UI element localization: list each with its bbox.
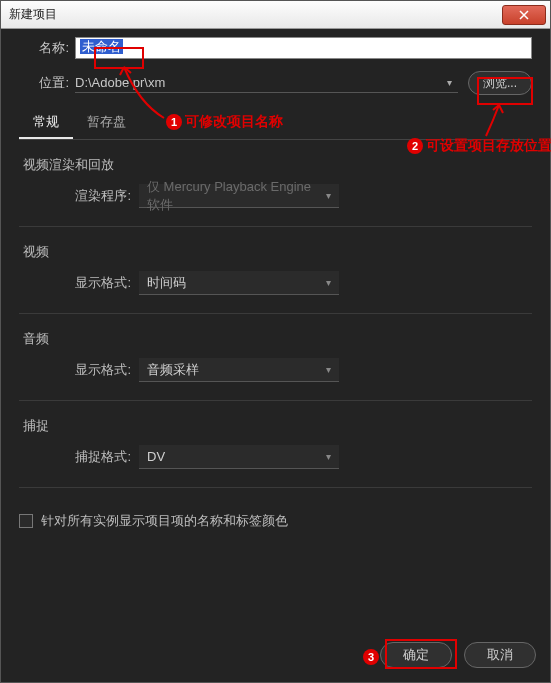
section-render-title: 视频渲染和回放 bbox=[19, 156, 532, 174]
section-capture: 捕捉 捕捉格式: DV ▾ bbox=[19, 417, 532, 488]
section-video: 视频 显示格式: 时间码 ▾ bbox=[19, 243, 532, 314]
name-value: 未命名 bbox=[80, 39, 123, 54]
section-audio: 音频 显示格式: 音频采样 ▾ bbox=[19, 330, 532, 401]
titlebar: 新建项目 bbox=[1, 1, 550, 29]
location-label: 位置: bbox=[19, 74, 75, 92]
capture-format-dropdown[interactable]: DV ▾ bbox=[139, 445, 339, 469]
close-button[interactable] bbox=[502, 5, 546, 25]
renderer-value: 仅 Mercury Playback Engine 软件 bbox=[147, 178, 326, 214]
video-format-value: 时间码 bbox=[147, 274, 186, 292]
location-row: 位置: D:\Adobe pr\xm ▾ 浏览... bbox=[19, 71, 532, 95]
dialog-footer: 确定 取消 bbox=[380, 642, 536, 668]
chevron-down-icon: ▾ bbox=[326, 277, 331, 288]
video-format-dropdown[interactable]: 时间码 ▾ bbox=[139, 271, 339, 295]
name-input[interactable]: 未命名 bbox=[75, 37, 532, 59]
cancel-button[interactable]: 取消 bbox=[464, 642, 536, 668]
audio-format-dropdown[interactable]: 音频采样 ▾ bbox=[139, 358, 339, 382]
renderer-dropdown: 仅 Mercury Playback Engine 软件 ▾ bbox=[139, 184, 339, 208]
renderer-label: 渲染程序: bbox=[19, 187, 139, 205]
show-names-label: 针对所有实例显示项目项的名称和标签颜色 bbox=[41, 512, 288, 530]
dialog-content: 名称: 未命名 位置: D:\Adobe pr\xm ▾ 浏览... 常规 暂存… bbox=[19, 37, 532, 664]
chevron-down-icon: ▾ bbox=[326, 190, 331, 201]
section-capture-title: 捕捉 bbox=[19, 417, 532, 435]
name-row: 名称: 未命名 bbox=[19, 37, 532, 59]
chevron-down-icon: ▾ bbox=[447, 77, 452, 88]
tab-scratch[interactable]: 暂存盘 bbox=[73, 107, 140, 139]
chevron-down-icon: ▾ bbox=[326, 451, 331, 462]
checkbox-row: 针对所有实例显示项目项的名称和标签颜色 bbox=[19, 512, 532, 530]
audio-format-label: 显示格式: bbox=[19, 361, 139, 379]
browse-button[interactable]: 浏览... bbox=[468, 71, 532, 95]
tabs: 常规 暂存盘 bbox=[19, 107, 532, 140]
section-render: 视频渲染和回放 渲染程序: 仅 Mercury Playback Engine … bbox=[19, 156, 532, 227]
section-audio-title: 音频 bbox=[19, 330, 532, 348]
video-format-label: 显示格式: bbox=[19, 274, 139, 292]
close-icon bbox=[519, 10, 529, 20]
ok-button[interactable]: 确定 bbox=[380, 642, 452, 668]
tab-general[interactable]: 常规 bbox=[19, 107, 73, 139]
capture-format-value: DV bbox=[147, 449, 165, 464]
capture-format-label: 捕捉格式: bbox=[19, 448, 139, 466]
location-dropdown[interactable]: D:\Adobe pr\xm ▾ bbox=[75, 73, 458, 93]
chevron-down-icon: ▾ bbox=[326, 364, 331, 375]
section-video-title: 视频 bbox=[19, 243, 532, 261]
new-project-dialog: 新建项目 名称: 未命名 位置: D:\Adobe pr\xm ▾ 浏览... … bbox=[0, 0, 551, 683]
show-names-checkbox[interactable] bbox=[19, 514, 33, 528]
window-title: 新建项目 bbox=[1, 6, 57, 23]
location-value: D:\Adobe pr\xm bbox=[75, 73, 458, 93]
name-label: 名称: bbox=[19, 39, 75, 57]
audio-format-value: 音频采样 bbox=[147, 361, 199, 379]
